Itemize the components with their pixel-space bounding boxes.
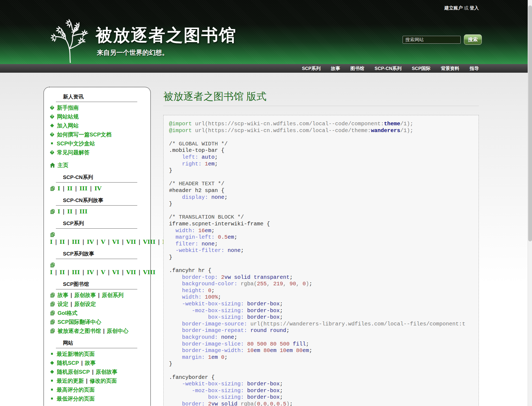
sidebar-link[interactable]: 最近的更新: [57, 378, 84, 384]
separator: |: [65, 238, 72, 245]
sidebar-link[interactable]: V: [101, 238, 105, 245]
sidebar-link[interactable]: I: [58, 185, 60, 192]
sidebar-link[interactable]: 最近新增的页面: [57, 351, 95, 357]
sidebar-link[interactable]: V: [101, 269, 105, 276]
code-line: border-image-width: 10em 80em 10em 80em;: [169, 347, 479, 354]
sidebar-item: 随机原创SCP|原创故事: [46, 368, 148, 376]
sidebar-item: I|II|III|IV|V|VI|VII|VIII: [46, 261, 148, 276]
title-divider: [163, 106, 479, 106]
sidebar-section-heading: SCP系列故事: [56, 250, 137, 259]
create-account-link[interactable]: 建立账户: [444, 5, 463, 11]
sidebar-section-heading: SCP系列: [56, 220, 137, 229]
separator: |: [53, 238, 60, 245]
code-line: -webkit-filter: none;: [169, 247, 479, 254]
nav-item[interactable]: SCP-CN系列: [375, 65, 402, 72]
sidebar-link[interactable]: 被放逐者之图书馆: [58, 328, 101, 334]
code-line: left: auto;: [169, 154, 479, 161]
search-input[interactable]: [403, 36, 461, 44]
code-line: @import url(https://scp-wiki-cn.wdfiles.…: [169, 127, 479, 134]
sidebar-link[interactable]: VI: [112, 269, 119, 276]
sidebar-link[interactable]: III: [79, 208, 87, 215]
sidebar-link[interactable]: 最低评分的页面: [57, 396, 95, 402]
scrollbar-thumb[interactable]: [528, 5, 532, 241]
sidebar-item: 随机SCP|故事: [46, 359, 148, 367]
nav-item[interactable]: 指导: [470, 65, 479, 72]
sidebar-link[interactable]: II: [59, 238, 65, 245]
code-line: width: 100%;: [169, 294, 479, 301]
sidebar-link[interactable]: 故事: [85, 360, 96, 366]
sidebar-link[interactable]: 主页: [58, 162, 68, 168]
pages-icon: [50, 319, 55, 324]
bullet-icon: [51, 398, 53, 399]
sidebar-link[interactable]: VIII: [143, 269, 155, 276]
sidebar-link[interactable]: 常见问题解答: [57, 149, 90, 155]
sidebar-link[interactable]: 原创中心: [107, 328, 129, 334]
sidebar-link[interactable]: 原创故事: [74, 292, 96, 298]
nav-item[interactable]: SCP系列: [302, 65, 321, 72]
sidebar-link[interactable]: 加入网站: [57, 123, 79, 129]
sidebar-link[interactable]: SCP中文沙盒站: [57, 140, 95, 146]
pages-icon: [50, 263, 55, 267]
sidebar-link[interactable]: I: [50, 269, 53, 276]
sidebar-link[interactable]: 原创系列: [102, 292, 123, 298]
sidebar-link[interactable]: GoI格式: [58, 310, 77, 316]
nav-item[interactable]: 故事: [331, 65, 340, 72]
sidebar-link[interactable]: IV: [94, 185, 101, 192]
sidebar-link[interactable]: 网站站规: [57, 114, 79, 120]
code-line: /* HEADER TEXT */: [169, 181, 479, 187]
sidebar-link[interactable]: 如何撰写一篇SCP文档: [57, 132, 112, 138]
sidebar-link[interactable]: III: [79, 185, 87, 192]
bullet-icon: [51, 142, 53, 144]
code-line: border: 2vw solid rgba(0,0,0,0.5);: [169, 401, 479, 406]
sidebar-link[interactable]: VII: [126, 238, 136, 245]
sidebar-link[interactable]: 新手指南: [57, 105, 79, 111]
sidebar-link[interactable]: I: [58, 208, 60, 215]
sidebar-link[interactable]: II: [59, 269, 65, 276]
sidebar-link[interactable]: 最高评分的页面: [57, 387, 95, 393]
sidebar-link[interactable]: VIII: [143, 238, 155, 245]
sidebar-link[interactable]: VI: [112, 238, 119, 245]
code-line: [169, 134, 479, 141]
sidebar-section-heading: 网站: [56, 340, 137, 348]
bullet-icon: [51, 353, 53, 355]
sidebar-link[interactable]: 设定: [58, 301, 68, 307]
pages-icon: [50, 302, 55, 306]
sidebar-item: 设定|原创设定: [46, 300, 148, 308]
nav-item[interactable]: 图书馆: [351, 65, 364, 72]
code-line: height: 0;: [169, 287, 479, 294]
sidebar-link[interactable]: I: [50, 238, 53, 245]
sidebar-link[interactable]: VII: [126, 269, 136, 276]
separator: |: [136, 269, 143, 276]
login-link[interactable]: 登入: [470, 5, 479, 11]
sidebar-link[interactable]: 故事: [58, 292, 68, 298]
site-header: 建立账户或登入: [0, 0, 532, 64]
sidebar-link[interactable]: SCP国际翻译中心: [58, 319, 101, 325]
search-button[interactable]: 搜索: [464, 34, 482, 45]
sidebar-link[interactable]: 原创故事: [96, 369, 117, 375]
separator: |: [72, 185, 79, 192]
sidebar-link[interactable]: IV: [87, 269, 94, 276]
separator: |: [68, 301, 74, 307]
code-line: [169, 367, 479, 374]
sidebar-link[interactable]: III: [72, 269, 80, 276]
sidebar-item: 最近新增的页面: [46, 350, 148, 358]
vertical-scrollbar[interactable]: [528, 0, 532, 406]
nav-item[interactable]: 背景资料: [441, 65, 459, 72]
site-subtitle: 来自另一个世界的幻想。: [97, 48, 168, 57]
sidebar-link[interactable]: IV: [87, 238, 94, 245]
sidebar-link[interactable]: 原创设定: [74, 301, 96, 307]
code-line: border-image-source: url(https://wandere…: [169, 321, 479, 328]
sidebar-link[interactable]: 修改的页面: [90, 378, 117, 384]
help-icon: ?: [50, 132, 55, 137]
code-line: /* TRANSLATION BLOCK */: [169, 214, 479, 221]
sidebar-link[interactable]: 随机原创SCP: [57, 369, 90, 375]
pages-icon: [50, 328, 55, 333]
nav-item[interactable]: SCP国际: [412, 65, 431, 72]
separator: |: [84, 378, 90, 384]
sidebar-link[interactable]: III: [72, 238, 80, 245]
sidebar-link[interactable]: II: [67, 208, 72, 215]
sidebar-link[interactable]: II: [67, 185, 72, 192]
separator: |: [90, 369, 96, 375]
code-line: -moz-box-sizing: border-box;: [169, 388, 479, 394]
sidebar-link[interactable]: 随机SCP: [57, 360, 79, 366]
